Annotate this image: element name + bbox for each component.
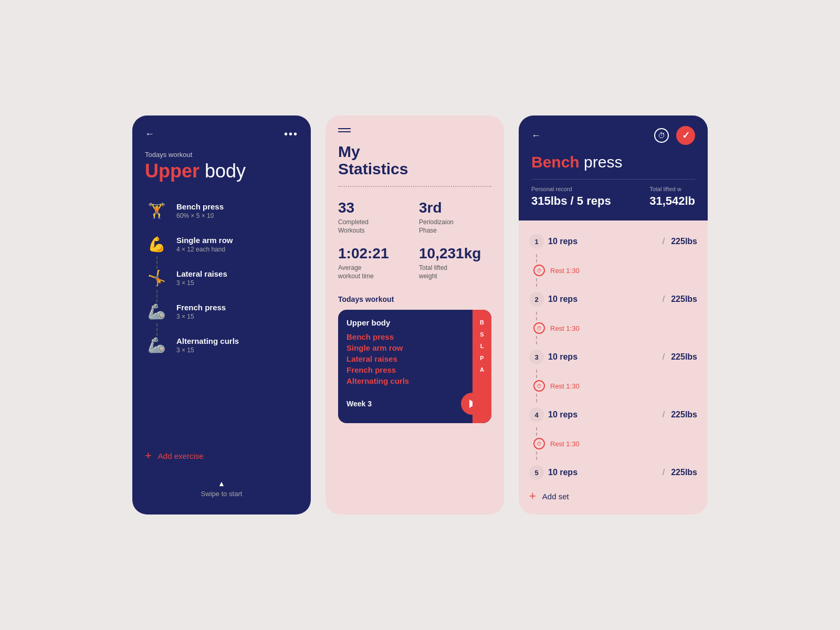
bench-title: Bench press [531,153,695,171]
stat-item: 1:02:21 Averageworkout time [338,245,411,280]
set-dotted-connector [536,427,537,436]
more-button[interactable]: ••• [284,128,298,140]
add-set-label: Add set [542,492,569,501]
screen3-records: Personal record 315lbs / 5 reps Total li… [531,179,695,208]
bench-title-normal: press [580,153,623,171]
exercise-detail: 60% × 5 × 10 [176,212,224,219]
stat-item: 33 CompletedWorkouts [338,200,411,235]
back-button[interactable]: ← [145,129,154,140]
screens-container: ← ••• Todays workout Upper body 🏋 Bench … [105,116,735,514]
set-row[interactable]: 5 10 reps / 225lbs [529,460,697,485]
set-row[interactable]: 3 10 reps / 225lbs [529,344,697,370]
rest-timer-icon: ⏱ [533,265,545,276]
set-number: 4 [529,407,544,422]
exercise-detail: 3 × 15 [176,313,226,320]
side-tab-letter: P [480,354,484,363]
set-reps: 10 reps [548,295,656,304]
set-dotted-connector [536,336,537,344]
stat-value: 1:02:21 [338,245,411,262]
exercise-info: Single arm row 4 × 12 each hand [176,236,233,253]
screen2-statistics: MyStatistics 33 CompletedWorkouts 3rd Pe… [326,116,504,514]
workout-exercise-item: Alternating curls [346,376,483,385]
screen3-nav-icons: ⏱ ✓ [654,126,695,145]
week-label: Week 3 [346,400,372,408]
exercise-name: Alternating curls [176,337,239,345]
swipe-triangle-icon: ▲ [145,479,298,488]
stat-value: 3rd [419,200,491,216]
timer-icon[interactable]: ⏱ [654,128,669,143]
exercise-name: Lateral raises [176,269,227,278]
rest-row: ⏱ Rest 1:30 [529,436,697,452]
stat-item: 10,231kg Total liftedweight [419,245,491,280]
todays-label: Todays workout [145,151,298,159]
hamburger-menu[interactable] [338,128,491,132]
exercise-item[interactable]: 💪 Single arm row 4 × 12 each hand [145,228,298,261]
exercise-icon: 🦾 [145,334,168,357]
stats-grid: 33 CompletedWorkouts 3rd PeriodizaionPha… [338,200,491,280]
exercise-item[interactable]: 🦾 French press 3 × 15 [145,295,298,329]
total-lifted-value: 31,542lb [649,194,695,208]
set-dotted-connector [536,452,537,460]
exercise-list: 🏋 Bench press 60% × 5 × 10 💪 Single arm … [145,194,298,440]
check-icon[interactable]: ✓ [676,126,695,145]
rest-timer-icon: ⏱ [533,322,545,334]
rest-row: ⏱ Rest 1:30 [529,320,697,336]
set-slash: / [663,468,665,477]
hamburger-line1 [338,128,351,129]
set-number: 5 [529,465,544,480]
total-lifted-block: Total lifted w 31,542lb [649,186,695,208]
bench-title-highlight: Bench [531,153,580,171]
rest-label: Rest 1:30 [550,324,580,332]
exercise-icon: 🏋 [145,200,168,223]
workout-card-title: Upper body [346,318,483,327]
exercise-name: French press [176,303,226,312]
stat-item: 3rd PeriodizaionPhase [419,200,491,235]
screen3-nav: ← ⏱ ✓ [531,126,695,145]
set-slash: / [663,295,665,304]
set-reps: 10 reps [548,352,656,362]
rest-timer-icon: ⏱ [533,438,545,449]
set-dotted-connector [536,394,537,402]
stats-divider [338,186,491,187]
set-row[interactable]: 2 10 reps / 225lbs [529,287,697,312]
screen3-header: ← ⏱ ✓ Bench press Personal record 315lbs… [519,116,708,220]
workout-exercise-item: French press [346,365,483,374]
exercise-detail: 3 × 15 [176,279,227,287]
exercise-icon: 💪 [145,233,168,256]
exercise-info: Bench press 60% × 5 × 10 [176,202,224,219]
stat-label: CompletedWorkouts [338,218,411,235]
set-reps: 10 reps [548,468,656,477]
set-row[interactable]: 4 10 reps / 225lbs [529,402,697,427]
exercise-item[interactable]: 🦾 Alternating curls 3 × 15 [145,329,298,362]
set-weight: 225lbs [671,237,697,246]
rest-label: Rest 1:30 [550,267,580,275]
set-dotted-connector [536,278,537,287]
rest-row: ⏱ Rest 1:30 [529,262,697,278]
exercise-name: Bench press [176,202,224,211]
set-number: 3 [529,350,544,364]
personal-record-block: Personal record 315lbs / 5 reps [531,186,611,208]
set-weight: 225lbs [671,352,697,362]
hamburger-line2 [338,131,351,132]
plus-icon: + [145,449,152,463]
stats-title: MyStatistics [338,143,491,177]
set-row[interactable]: 1 10 reps / 225lbs [529,229,697,254]
workout-exercise-item: Lateral raises [346,354,483,363]
side-tab-letter: A [480,365,484,374]
swipe-label: Swipe to start [145,490,298,498]
add-exercise-button[interactable]: + Add exercise [145,449,298,463]
exercise-item[interactable]: 🤸 Lateral raises 3 × 15 [145,261,298,295]
stat-label: Averageworkout time [338,264,411,280]
screen3-back-button[interactable]: ← [531,130,541,141]
workout-exercise-item: Single arm row [346,343,483,352]
stat-value: 33 [338,200,411,216]
add-set-button[interactable]: + Add set [529,489,697,503]
exercise-item[interactable]: 🏋 Bench press 60% × 5 × 10 [145,194,298,228]
workout-title-highlight: Upper [145,160,200,182]
set-dotted-connector [536,254,537,262]
set-weight: 225lbs [671,295,697,304]
workout-title: Upper body [145,161,298,182]
swipe-section: ▲ Swipe to start [145,479,298,498]
set-slash: / [663,352,665,362]
total-lifted-label: Total lifted w [649,186,695,192]
